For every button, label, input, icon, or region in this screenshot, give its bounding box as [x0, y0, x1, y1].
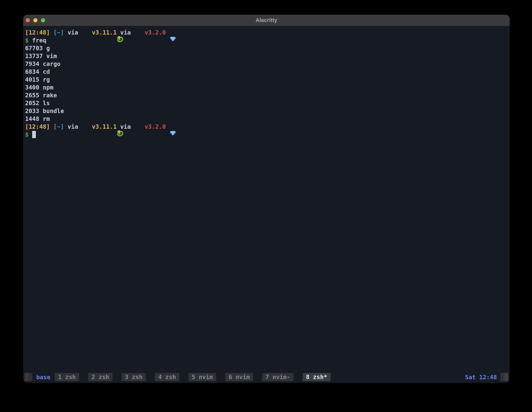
prompt-line: [12:48] [~] via v3.11.1 via [25, 123, 508, 130]
command-text: freq [32, 37, 46, 44]
statusbar-clock: Sat 12:48 [465, 374, 497, 381]
output-line: 3400 npm [25, 83, 508, 91]
output-line: 6834 cd [25, 68, 508, 76]
output-line: 1448 rm [25, 115, 508, 123]
traffic-lights [26, 15, 45, 26]
snake-icon [82, 29, 88, 36]
command-output: 67703 g13737 vim7934 cargo6834 cd4015 rg… [25, 44, 508, 123]
terminal-window: Alacritty [12:48] [~] via v3.11.1 via [23, 15, 510, 383]
window-title: Alacritty [256, 17, 277, 23]
output-line: 7934 cargo [25, 60, 508, 68]
tmux-window-tab[interactable]: 2 zsh [88, 373, 113, 381]
output-line: 2033 bundle [25, 107, 508, 115]
tmux-window-tab[interactable]: 5 nvim [188, 373, 216, 381]
output-line: 2655 rake [25, 91, 508, 99]
tmux-window-tab[interactable]: 7 nvim- [262, 373, 294, 381]
prompt-symbol: $ [25, 131, 28, 138]
prompt-symbol: $ [25, 37, 28, 44]
session-name: base [36, 374, 50, 381]
tmux-window-tab[interactable]: 1 zsh [55, 373, 79, 381]
prompt-directory: [~] [53, 29, 64, 36]
prompt-time: [12:48] [25, 29, 50, 36]
terminal-screen[interactable]: [12:48] [~] via v3.11.1 via [23, 26, 510, 138]
statusbar-left-indicator [25, 373, 32, 381]
tmux-statusbar: base 1 zsh2 zsh3 zsh4 zsh5 nvim6 nvim7 n… [23, 373, 510, 381]
minimize-button[interactable] [33, 18, 38, 22]
prompt-via-label: via [68, 123, 78, 130]
tmux-window-tab[interactable]: 3 zsh [122, 373, 146, 381]
output-line: 4015 rg [25, 76, 508, 83]
close-button[interactable] [26, 18, 30, 22]
tmux-window-tabs: 1 zsh2 zsh3 zsh4 zsh5 nvim6 nvim7 nvim-8… [55, 373, 331, 381]
prompt-line: [12:48] [~] via v3.11.1 via [25, 29, 508, 36]
ruby-version: v3.2.0 [144, 29, 166, 36]
terminal-cursor [32, 131, 36, 138]
desktop-background: Alacritty [12:48] [~] via v3.11.1 via [0, 0, 532, 412]
gem-icon [134, 123, 141, 130]
titlebar[interactable]: Alacritty [23, 15, 510, 26]
gem-icon [134, 29, 141, 36]
prompt-time: [12:48] [25, 123, 50, 130]
tmux-window-tab[interactable]: 6 nvim [225, 373, 253, 381]
zoom-button[interactable] [41, 18, 45, 22]
output-line: 13737 vim [25, 52, 508, 60]
ruby-version: v3.2.0 [144, 123, 166, 130]
python-version: v3.11.1 [92, 29, 117, 36]
python-version: v3.11.1 [92, 123, 117, 130]
prompt-directory: [~] [53, 123, 64, 130]
tmux-window-tab[interactable]: 4 zsh [155, 373, 179, 381]
prompt-via-label: via [120, 29, 131, 36]
tmux-window-tab[interactable]: 8 zsh* [303, 373, 331, 381]
statusbar-right-indicator [500, 373, 508, 381]
prompt-via-label: via [68, 29, 78, 36]
output-line: 2052 ls [25, 99, 508, 107]
prompt-via-label: via [120, 123, 131, 130]
snake-icon [82, 123, 88, 130]
